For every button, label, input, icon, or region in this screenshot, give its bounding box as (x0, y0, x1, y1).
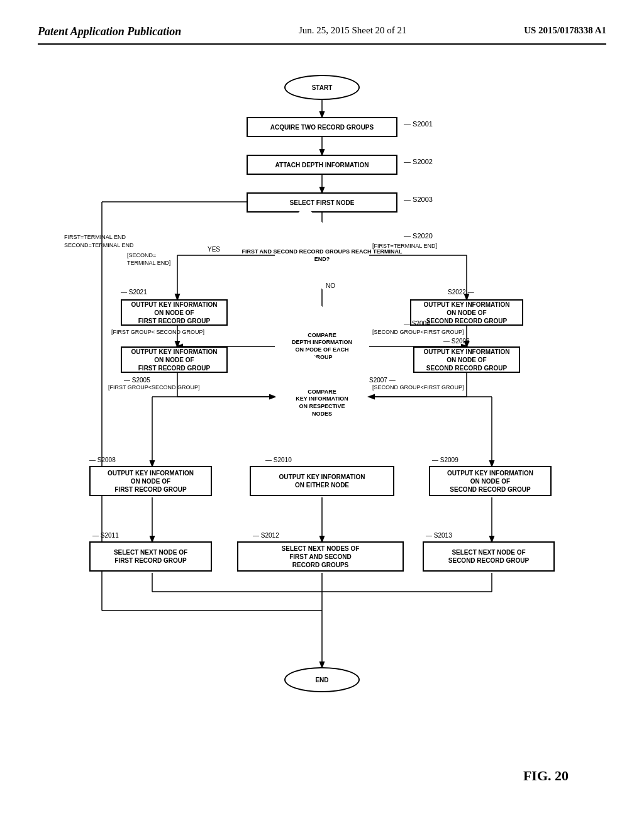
s2004-step-label: — S2004 (404, 320, 430, 327)
s2003-node: SELECT FIRST NODE (247, 192, 397, 213)
terminal-end-labels: FIRST=TERMINAL ENDSECOND=TERMINAL END (64, 233, 133, 249)
s2020-step-label: — S2020 (404, 232, 433, 240)
s2003-label: — S2003 (404, 196, 433, 203)
s2001-label: — S2001 (404, 120, 433, 128)
s2010-step-label: — S2010 (265, 456, 292, 463)
page-header: Patent Application Publication Jun. 25, … (38, 25, 606, 45)
start-node: START (284, 75, 360, 100)
s2012-step-label: — S2012 (253, 532, 279, 539)
end-node: END (284, 667, 360, 692)
s2022-label: S2022 — (448, 289, 474, 296)
s2020-second-terminal: [SECOND=TERMINAL END] (127, 252, 170, 267)
patent-number: US 2015/0178338 A1 (524, 25, 606, 36)
s2007-node: OUTPUT KEY INFORMATION ON NODE OF SECOND… (413, 346, 520, 373)
s2006-label: — S2006 (443, 338, 470, 345)
flowchart: START ACQUIRE TWO RECORD GROUPS — S2001 … (52, 64, 592, 755)
s2011-node: SELECT NEXT NODE OF FIRST RECORD GROUP (89, 541, 212, 572)
publication-title: Patent Application Publication (38, 25, 181, 38)
s2004-right-label: [SECOND GROUP<FIRST GROUP] (372, 329, 464, 335)
s2002-label: — S2002 (404, 158, 433, 165)
s2005-left-label: [FIRST GROUP<SECOND GROUP] (108, 384, 200, 390)
figure-caption: FIG. 20 (38, 768, 569, 784)
s2012-node: SELECT NEXT NODES OF FIRST AND SECOND RE… (237, 541, 404, 572)
s2005-step-label: — S2005 (124, 377, 150, 384)
s2005-diamond-label: COMPARE KEY INFORMATION ON RESPECTIVE NO… (231, 375, 413, 431)
s2008-node: OUTPUT KEY INFORMATION ON NODE OF FIRST … (89, 466, 212, 496)
s2013-node: SELECT NEXT NODE OF SECOND RECORD GROUP (423, 541, 555, 572)
s2020-first-terminal: [FIRST=TERMINAL END] (372, 243, 437, 249)
page: Patent Application Publication Jun. 25, … (0, 0, 644, 830)
s2021-node: OUTPUT KEY INFORMATION ON NODE OF FIRST … (121, 299, 228, 326)
s2009-node: OUTPUT KEY INFORMATION ON NODE OF SECOND… (429, 466, 552, 496)
s2002-node: ATTACH DEPTH INFORMATION (247, 155, 397, 175)
sheet-info: Jun. 25, 2015 Sheet 20 of 21 (299, 25, 407, 36)
s2020-no: NO (326, 282, 335, 289)
s2008-step-label: — S2008 (89, 456, 116, 463)
s2005-node: OUTPUT KEY INFORMATION ON NODE OF FIRST … (121, 346, 228, 373)
s2021-label: — S2021 (121, 289, 147, 296)
s2001-node: ACQUIRE TWO RECORD GROUPS (247, 117, 397, 137)
s2020-yes: YES (208, 246, 220, 253)
s2004-left-label: [FIRST GROUP< SECOND GROUP] (111, 329, 204, 335)
s2009-step-label: — S2009 (432, 456, 458, 463)
s2020-label: FIRST AND SECOND RECORD GROUPS REACH TER… (234, 232, 410, 279)
s2011-step-label: — S2011 (92, 532, 119, 539)
s2013-step-label: — S2013 (426, 532, 452, 539)
s2010-node: OUTPUT KEY INFORMATION ON EITHER NODE (250, 466, 394, 496)
